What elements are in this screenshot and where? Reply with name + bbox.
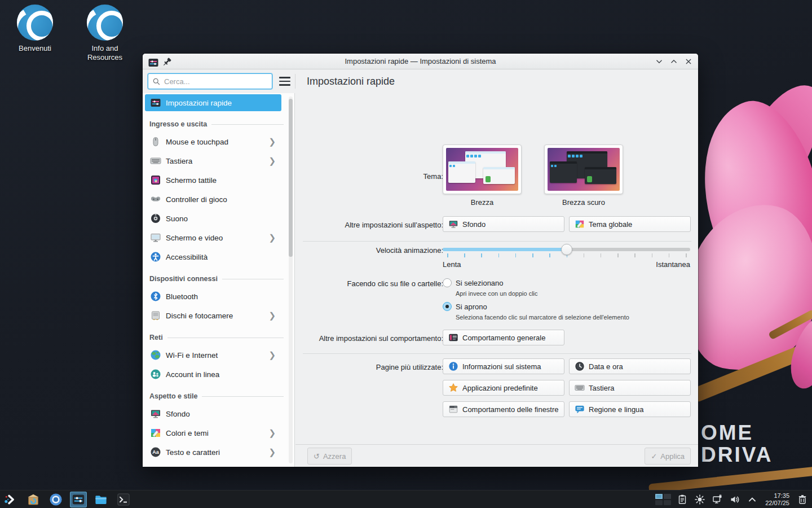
theme-preview-dark[interactable] [544, 144, 623, 194]
system-settings-window: Impostazioni rapide — Impostazioni di si… [143, 54, 698, 467]
volume-icon[interactable] [729, 493, 741, 506]
desktop-icon[interactable]: Benvenuti [7, 5, 63, 63]
sidebar-item-sound[interactable]: Suono [145, 210, 281, 227]
menu-button[interactable] [277, 75, 292, 88]
sidebar-section-header: Dispositivi connessi [149, 273, 284, 284]
radio-open[interactable] [443, 302, 452, 311]
sidebar-section-header: Ingresso e uscita [149, 119, 284, 130]
page-button-star[interactable]: Applicazioni predefinite [443, 380, 564, 396]
sidebar-item-label: Mouse e touchpad [166, 138, 264, 146]
chevron-right-icon: ❯ [268, 310, 276, 321]
clock[interactable]: 17:35 22/07/25 [764, 492, 791, 506]
desktop: OME DRIVA BenvenutiInfo and Resources Im… [0, 0, 812, 508]
colors-settings-button[interactable]: Tema globale [569, 216, 691, 232]
taskbar-files-icon[interactable] [92, 492, 109, 507]
taskbar-package-icon[interactable] [25, 492, 42, 507]
desktop-icon[interactable]: Info and Resources [77, 5, 133, 63]
behavior-icon [448, 332, 458, 343]
sidebar-item-display[interactable]: Schermo e video❯ [145, 229, 281, 246]
most-used-pages-label: Pagine più utilizzate: [302, 363, 443, 371]
sidebar-item-disks[interactable]: Dischi e fotocamere❯ [145, 307, 281, 324]
page-button-language[interactable]: Regione e lingua [569, 401, 691, 417]
virtual-desktop-pager[interactable] [655, 494, 671, 505]
sidebar-item-wallpaper[interactable]: Sfondo [145, 405, 281, 422]
sidebar-item-accounts[interactable]: Account in linea [145, 366, 281, 383]
sidebar-scrollbar[interactable] [289, 97, 293, 463]
radio-select[interactable] [443, 278, 452, 287]
sidebar-item-label: Sfondo [166, 410, 281, 418]
wallpaper-icon [448, 219, 458, 229]
clipboard-icon[interactable] [676, 493, 689, 506]
sidebar-item-label: Impostazioni rapide [166, 99, 281, 107]
general-behavior-button[interactable]: Comportamento generale [443, 330, 564, 345]
wallpaper-branch [648, 466, 812, 493]
sidebar: Impostazioni rapideIngresso e uscitaMous… [143, 93, 295, 467]
search-field[interactable] [148, 73, 272, 89]
scrollbar-thumb[interactable] [289, 99, 293, 257]
apply-button[interactable]: ✓ Applica [645, 448, 691, 465]
taskbar-launcher-icon[interactable] [2, 492, 19, 507]
slider-tick [617, 253, 619, 257]
info-icon [448, 361, 458, 371]
sidebar-item-fonts[interactable]: AaTesto e caratteri❯ [145, 444, 281, 461]
search-input[interactable] [164, 77, 260, 86]
minimize-button[interactable] [654, 56, 664, 67]
theme-name: Brezza scuro [544, 198, 623, 207]
openmandriva-logo-icon [17, 5, 53, 41]
gamepad-icon [150, 194, 161, 205]
slider-tick [549, 253, 550, 257]
chevron-right-icon: ❯ [268, 156, 276, 166]
radio-description: Apri invece con un doppio clic [456, 290, 538, 297]
chevron-right-icon: ❯ [268, 447, 276, 457]
behavior-settings-label: Altre impostazioni sul comportamento: [302, 334, 443, 343]
sidebar-item-label: Suono [166, 214, 281, 223]
wallpaper-bud [785, 313, 812, 392]
sidebar-item-colors[interactable]: Colori e temi❯ [145, 424, 281, 441]
page-button-clock[interactable]: Data e ora [569, 358, 691, 374]
chevron-right-icon: ❯ [268, 428, 276, 438]
sidebar-item-label: Tastiera [166, 157, 264, 165]
wallpaper-settings-button[interactable]: Sfondo [443, 216, 564, 232]
settings-content: Tema: BrezzaBrezza scuro Altre impostazi… [295, 93, 698, 467]
taskbar-terminal-icon[interactable] [115, 492, 132, 507]
sidebar-item-bluetooth[interactable]: Bluetooth [145, 288, 281, 305]
animation-speed-label: Velocità animazione: [302, 246, 443, 255]
theme-preview-light[interactable] [443, 144, 522, 194]
mouse-icon [150, 136, 161, 147]
sidebar-item-touchscreen[interactable]: Schermo tattile [145, 172, 281, 189]
slider-tick [601, 253, 602, 257]
sidebar-item-keyboard[interactable]: Tastiera❯ [145, 152, 281, 169]
colors-icon [150, 427, 161, 439]
page-button-windows[interactable]: Comportamento delle finestre [443, 401, 564, 417]
maximize-button[interactable] [669, 56, 679, 67]
slider-tick [481, 253, 482, 257]
sidebar-item-accessibility[interactable]: Accessibilità [145, 248, 281, 265]
taskbar-browser-icon[interactable] [47, 492, 64, 507]
reset-button[interactable]: ↺ Azzera [307, 448, 352, 465]
radio-label[interactable]: Si aprono [456, 303, 487, 311]
brightness-icon[interactable] [694, 493, 706, 506]
sidebar-item-mouse[interactable]: Mouse e touchpad❯ [145, 133, 281, 150]
sidebar-item-globe[interactable]: Wi-Fi e Internet❯ [145, 347, 281, 364]
network-icon[interactable] [711, 493, 723, 506]
taskbar-settings-icon[interactable] [70, 492, 87, 507]
slider-tick [584, 253, 585, 257]
sidebar-item-label: Schermo e video [166, 234, 264, 242]
colors-icon [575, 219, 585, 229]
desktop-icon-label: Benvenuti [19, 44, 51, 53]
trash-icon[interactable] [796, 493, 809, 506]
accounts-icon [150, 369, 161, 380]
page-button-keyboard[interactable]: Tastiera [569, 380, 691, 396]
sidebar-item-label: Wi-Fi e Internet [166, 351, 264, 360]
radio-label[interactable]: Si selezionano [456, 279, 504, 287]
close-button[interactable] [683, 56, 694, 67]
theme-label: Tema: [302, 172, 443, 181]
bluetooth-icon [150, 291, 161, 302]
expand-icon[interactable] [746, 493, 758, 506]
slider-handle[interactable] [561, 244, 572, 255]
titlebar[interactable]: Impostazioni rapide — Impostazioni di si… [143, 54, 698, 69]
page-button-info[interactable]: Informazioni sul sistema [443, 358, 564, 374]
sidebar-item-gamepad[interactable]: Controller di gioco [145, 191, 281, 208]
sidebar-item-quick-settings[interactable]: Impostazioni rapide [145, 94, 281, 111]
slider-tick [652, 253, 653, 257]
